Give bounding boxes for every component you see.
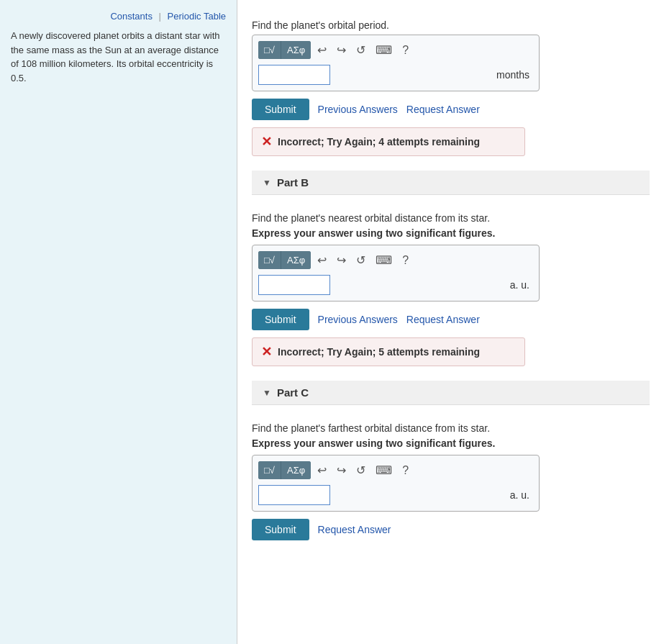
part-b-feedback-text: Incorrect; Try Again; 5 attempts remaini… [278, 346, 480, 358]
asy-button-a[interactable]: ΑΣφ [281, 41, 311, 59]
sqrt-button-c[interactable]: □√ [258, 461, 281, 479]
part-b-request-answer[interactable]: Request Answer [406, 314, 480, 325]
part-b-sig-figs: Express your answer using two significan… [252, 227, 650, 239]
link-separator: | [159, 11, 161, 22]
keyboard-button-b[interactable]: ⌨ [372, 251, 396, 269]
part-b-collapse-arrow[interactable]: ▼ [263, 178, 271, 188]
part-b-question-area: Find the planet's nearest orbital distan… [252, 195, 650, 366]
part-b-math-group: □√ ΑΣφ [258, 251, 311, 269]
part-a-math-group: □√ ΑΣφ [258, 41, 311, 59]
part-c-math-group: □√ ΑΣφ [258, 461, 311, 479]
part-b-previous-answers[interactable]: Previous Answers [318, 314, 398, 325]
sqrt-icon-b: □√ [264, 255, 275, 266]
part-b-answer-input[interactable] [258, 275, 330, 295]
part-a-answer-input[interactable] [258, 65, 330, 85]
part-b-input-container: □√ ΑΣφ ↩ ↪ ↺ ⌨ ? a. [252, 245, 540, 301]
sqrt-button-b[interactable]: □√ [258, 251, 281, 269]
main-content: Find the planet's orbital period. □√ ΑΣφ… [237, 0, 664, 644]
part-c-request-answer[interactable]: Request Answer [318, 524, 391, 535]
asy-button-c[interactable]: ΑΣφ [281, 461, 311, 479]
part-a-question: Find the planet's orbital period. [252, 19, 650, 31]
sidebar: Constants | Periodic Table A newly disco… [0, 0, 237, 644]
periodic-table-link[interactable]: Periodic Table [168, 11, 226, 22]
part-c-unit: a. u. [337, 489, 533, 501]
part-c-toolbar: □√ ΑΣφ ↩ ↪ ↺ ⌨ ? [258, 461, 533, 479]
undo-button-b[interactable]: ↩ [314, 251, 330, 269]
undo-button-a[interactable]: ↩ [314, 41, 330, 59]
redo-button-b[interactable]: ↪ [333, 251, 350, 269]
part-c-sig-figs: Express your answer using two significan… [252, 437, 650, 449]
redo-button-a[interactable]: ↪ [333, 41, 350, 59]
part-b-section: ▼ Part B Find the planet's nearest orbit… [252, 171, 650, 366]
part-a-submit-button[interactable]: Submit [252, 99, 309, 120]
asy-icon-a: ΑΣφ [287, 45, 305, 55]
part-c-input-container: □√ ΑΣφ ↩ ↪ ↺ ⌨ ? a. [252, 455, 540, 512]
part-a-submit-row: Submit Previous Answers Request Answer [252, 99, 650, 120]
undo-button-c[interactable]: ↩ [314, 461, 330, 479]
part-a-request-answer[interactable]: Request Answer [406, 104, 480, 115]
asy-icon-c: ΑΣφ [287, 465, 305, 476]
part-c-submit-row: Submit Request Answer [252, 519, 650, 540]
part-a-unit: months [337, 69, 533, 81]
part-b-submit-button[interactable]: Submit [252, 309, 309, 330]
keyboard-button-c[interactable]: ⌨ [372, 461, 396, 479]
part-b-submit-row: Submit Previous Answers Request Answer [252, 309, 650, 330]
part-c-input-row: a. u. [258, 485, 533, 505]
part-a-incorrect-icon: ✕ [261, 134, 272, 150]
asy-button-b[interactable]: ΑΣφ [281, 251, 311, 269]
sqrt-icon-c: □√ [264, 465, 275, 476]
part-b-input-row: a. u. [258, 275, 533, 295]
part-a-question-area: Find the planet's orbital period. □√ ΑΣφ… [252, 11, 650, 156]
keyboard-button-a[interactable]: ⌨ [372, 41, 396, 59]
help-button-a[interactable]: ? [399, 42, 412, 59]
part-a-feedback-text: Incorrect; Try Again; 4 attempts remaini… [278, 136, 480, 148]
help-button-c[interactable]: ? [399, 462, 412, 479]
asy-icon-b: ΑΣφ [287, 255, 305, 266]
redo-button-c[interactable]: ↪ [333, 461, 350, 479]
part-c-answer-input[interactable] [258, 485, 330, 505]
part-a-toolbar: □√ ΑΣφ ↩ ↪ ↺ ⌨ ? [258, 41, 533, 59]
part-a-input-container: □√ ΑΣφ ↩ ↪ ↺ ⌨ ? mo [252, 35, 540, 91]
part-b-label-bar: ▼ Part B [252, 171, 650, 195]
part-c-label-bar: ▼ Part C [252, 381, 650, 405]
part-b-toolbar: □√ ΑΣφ ↩ ↪ ↺ ⌨ ? [258, 251, 533, 269]
sqrt-icon-a: □√ [264, 45, 275, 55]
part-c-collapse-arrow[interactable]: ▼ [263, 388, 271, 398]
reset-button-c[interactable]: ↺ [353, 461, 369, 479]
part-c-submit-button[interactable]: Submit [252, 519, 309, 540]
part-b-title: Part B [277, 176, 309, 189]
constants-link[interactable]: Constants [110, 11, 153, 22]
sqrt-button-a[interactable]: □√ [258, 41, 281, 59]
problem-description: A newly discovered planet orbits a dista… [11, 29, 226, 85]
part-b-question: Find the planet's nearest orbital distan… [252, 212, 650, 224]
part-c-question-area: Find the planet's farthest orbital dista… [252, 405, 650, 540]
sidebar-links[interactable]: Constants | Periodic Table [11, 11, 226, 22]
part-c-title: Part C [277, 386, 309, 399]
part-b-incorrect-icon: ✕ [261, 344, 272, 360]
reset-button-b[interactable]: ↺ [353, 251, 369, 269]
part-a-feedback-bar: ✕ Incorrect; Try Again; 4 attempts remai… [252, 127, 525, 156]
reset-button-a[interactable]: ↺ [353, 41, 369, 59]
part-c-section: ▼ Part C Find the planet's farthest orbi… [252, 381, 650, 540]
part-a-input-row: months [258, 65, 533, 85]
part-c-question: Find the planet's farthest orbital dista… [252, 422, 650, 434]
part-a-section: Find the planet's orbital period. □√ ΑΣφ… [252, 11, 650, 156]
part-a-previous-answers[interactable]: Previous Answers [318, 104, 398, 115]
help-button-b[interactable]: ? [399, 252, 412, 269]
part-b-feedback-bar: ✕ Incorrect; Try Again; 5 attempts remai… [252, 337, 525, 366]
part-b-unit: a. u. [337, 279, 533, 291]
